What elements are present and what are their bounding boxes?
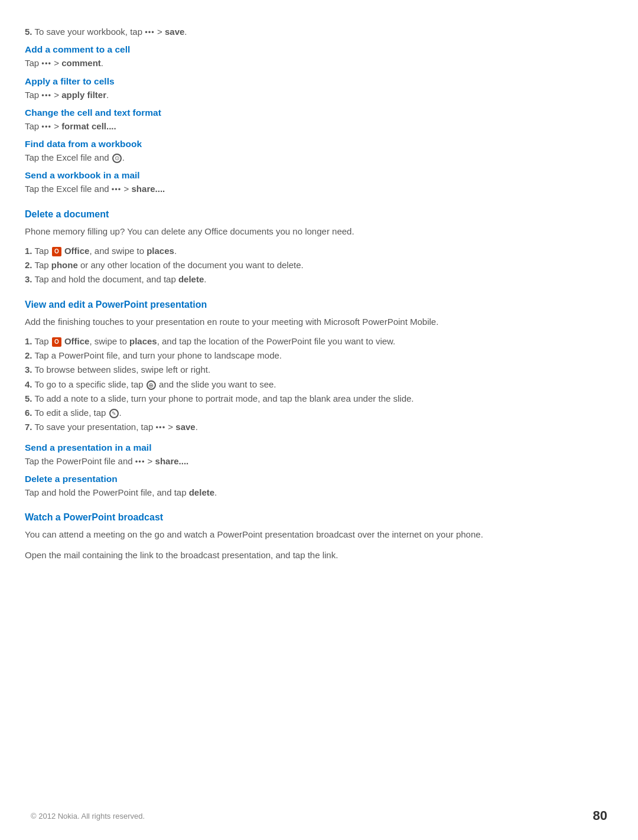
plus-circle-icon: ⊕ — [147, 380, 156, 390]
ppt-step3: 3. To browse between slides, swipe left … — [25, 363, 607, 376]
delete-presentation-heading: Delete a presentation — [25, 474, 607, 484]
step-num: 2. — [25, 350, 32, 360]
apply-filter-heading: Apply a filter to cells — [25, 76, 607, 87]
find-data-section: Find data from a workbook Tap the Excel … — [25, 139, 607, 164]
find-data-heading: Find data from a workbook — [25, 139, 607, 149]
menu-dots-ppt-save: ••• — [156, 422, 166, 434]
view-edit-ppt-intro: Add the finishing touches to your presen… — [25, 315, 607, 328]
send-presentation-heading: Send a presentation in a mail — [25, 442, 607, 453]
step5-text: 5. To save your workbook, tap ••• > save… — [25, 27, 187, 37]
edit-circle-icon: ✎ — [109, 409, 119, 418]
menu-dots-filter: ••• — [41, 90, 51, 102]
step-num: 3. — [25, 364, 32, 375]
phone-bold: phone — [51, 260, 78, 270]
format-cell-bold: format cell.... — [61, 121, 116, 131]
search-icon: ⊙ — [112, 154, 122, 163]
delete-step1: 1. Tap O Office, and swipe to places. — [25, 244, 607, 258]
delete-step2: 2. Tap phone or any other location of th… — [25, 258, 607, 272]
watch-broadcast-line2: Open the mail containing the link to the… — [25, 548, 607, 562]
step-num: 5. — [25, 393, 32, 403]
delete-presentation-section: Delete a presentation Tap and hold the P… — [25, 474, 607, 499]
ppt-step6: 6. To edit a slide, tap ✎. — [25, 406, 607, 419]
page-content: 5. To save your workbook, tap ••• > save… — [0, 0, 638, 606]
apply-filter-body: Tap ••• > apply filter. — [25, 88, 607, 102]
apply-filter-bold: apply filter — [61, 90, 106, 100]
delete-bold: delete — [178, 274, 204, 284]
add-comment-body: Tap ••• > comment. — [25, 56, 607, 70]
send-presentation-section: Send a presentation in a mail Tap the Po… — [25, 442, 607, 468]
save-ppt-bold: save — [175, 422, 195, 432]
menu-dots-format: ••• — [41, 121, 51, 133]
change-format-section: Change the cell and text format Tap ••• … — [25, 108, 607, 133]
view-edit-ppt-heading: View and edit a PowerPoint presentation — [25, 299, 607, 310]
office-icon: O — [52, 247, 61, 256]
find-data-body: Tap the Excel file and ⊙. — [25, 151, 607, 164]
watch-broadcast-heading: Watch a PowerPoint broadcast — [25, 512, 607, 523]
menu-dots-ppt-share: ••• — [135, 456, 145, 468]
page-number: 80 — [593, 808, 607, 823]
ppt-step7: 7. To save your presentation, tap ••• > … — [25, 420, 607, 434]
watch-broadcast-intro: You can attend a meeting on the go and w… — [25, 528, 607, 541]
send-workbook-section: Send a workbook in a mail Tap the Excel … — [25, 170, 607, 196]
save-bold: save — [165, 27, 184, 37]
step-num: 1. — [25, 246, 32, 256]
share-ppt-bold: share.... — [155, 456, 189, 466]
step-num: 4. — [25, 379, 32, 389]
send-workbook-body: Tap the Excel file and ••• > share.... — [25, 182, 607, 196]
step-num: 6. — [25, 408, 32, 418]
delete-document-section: Delete a document Phone memory filling u… — [25, 209, 607, 286]
ppt-step5: 5. To add a note to a slide, turn your p… — [25, 392, 607, 405]
delete-step3: 3. Tap and hold the document, and tap de… — [25, 272, 607, 286]
step-num: 3. — [25, 274, 32, 284]
watch-broadcast-section: Watch a PowerPoint broadcast You can att… — [25, 512, 607, 562]
send-presentation-body: Tap the PowerPoint file and ••• > share.… — [25, 454, 607, 468]
delete-presentation-body: Tap and hold the PowerPoint file, and ta… — [25, 486, 607, 499]
step5-save: 5. To save your workbook, tap ••• > save… — [25, 25, 607, 38]
add-comment-section: Add a comment to a cell Tap ••• > commen… — [25, 44, 607, 70]
apply-filter-section: Apply a filter to cells Tap ••• > apply … — [25, 76, 607, 102]
menu-dots: ••• — [145, 27, 155, 38]
menu-dots-share: ••• — [112, 184, 122, 196]
step5-num: 5. — [25, 27, 32, 37]
places-bold-ppt: places — [129, 336, 157, 346]
change-format-body: Tap ••• > format cell.... — [25, 119, 607, 133]
office-bold-ppt: Office — [64, 336, 90, 346]
ppt-step1: 1. Tap O Office, swipe to places, and ta… — [25, 334, 607, 348]
delete-document-heading: Delete a document — [25, 209, 607, 220]
change-format-heading: Change the cell and text format — [25, 108, 607, 118]
delete-ppt-bold: delete — [189, 487, 214, 497]
office-bold: Office — [64, 246, 90, 256]
step-num: 2. — [25, 260, 32, 270]
step-num: 1. — [25, 336, 32, 346]
ppt-step2: 2. Tap a PowerPoint file, and turn your … — [25, 349, 607, 362]
share-bold: share.... — [132, 184, 165, 194]
places-bold: places — [147, 246, 174, 256]
copyright-text: © 2012 Nokia. All rights reserved. — [31, 812, 145, 821]
step-num: 7. — [25, 422, 32, 432]
office-icon-ppt: O — [52, 337, 61, 347]
menu-dots-comment: ••• — [41, 58, 51, 70]
page-footer: © 2012 Nokia. All rights reserved. 80 — [0, 808, 638, 823]
ppt-step4: 4. To go to a specific slide, tap ⊕ and … — [25, 377, 607, 391]
add-comment-heading: Add a comment to a cell — [25, 44, 607, 55]
delete-document-intro: Phone memory filling up? You can delete … — [25, 224, 607, 238]
send-workbook-heading: Send a workbook in a mail — [25, 170, 607, 181]
comment-bold: comment — [61, 58, 101, 68]
view-edit-ppt-section: View and edit a PowerPoint presentation … — [25, 299, 607, 434]
